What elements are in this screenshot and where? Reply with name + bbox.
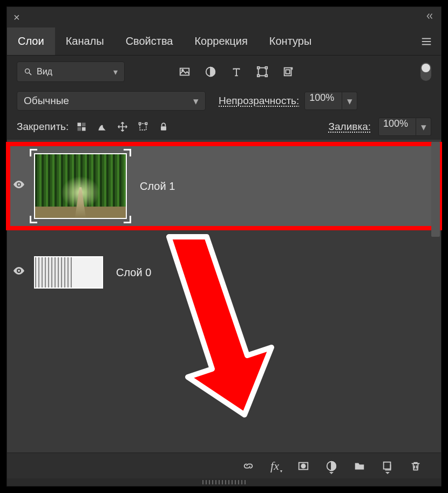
- lock-position-icon[interactable]: [117, 121, 128, 132]
- svg-rect-20: [139, 123, 141, 125]
- svg-rect-14: [286, 70, 289, 73]
- svg-rect-17: [78, 127, 82, 131]
- layer-row[interactable]: Слой 1: [7, 143, 441, 229]
- blend-mode-select[interactable]: Обычные ▾: [17, 91, 206, 111]
- lock-fill-bar: Закрепить: Заливка: 100% ▾: [7, 114, 441, 140]
- visibility-icon[interactable]: [11, 178, 26, 194]
- chevron-down-icon: ▾: [193, 95, 199, 107]
- layers-list: Слой 1 Слой 0: [7, 140, 441, 453]
- layers-panel: × Слои Каналы Свойства Коррекция Контуры…: [6, 6, 442, 487]
- svg-rect-16: [82, 123, 86, 127]
- tab-channels[interactable]: Каналы: [55, 28, 115, 55]
- opacity-label[interactable]: Непрозрачность:: [219, 95, 299, 107]
- filter-type-select[interactable]: Вид ▾: [17, 61, 125, 82]
- collapse-icon[interactable]: [425, 11, 435, 23]
- tab-layers[interactable]: Слои: [7, 28, 55, 55]
- svg-rect-15: [78, 123, 82, 127]
- add-mask-icon[interactable]: [297, 460, 309, 472]
- fill-dropdown-icon[interactable]: ▾: [416, 118, 431, 136]
- svg-point-26: [301, 464, 305, 468]
- svg-point-23: [18, 183, 20, 186]
- delete-layer-icon[interactable]: [410, 460, 422, 472]
- opacity-input[interactable]: 100%: [304, 92, 342, 110]
- vertical-scrollbar[interactable]: [431, 142, 440, 237]
- layer-row[interactable]: Слой 0: [7, 248, 441, 297]
- svg-rect-11: [257, 75, 260, 77]
- layer-thumbnail[interactable]: [34, 153, 127, 219]
- svg-rect-18: [82, 127, 86, 131]
- svg-rect-10: [266, 67, 268, 69]
- panel-tabs: Слои Каналы Свойства Коррекция Контуры: [7, 28, 441, 56]
- svg-rect-21: [145, 123, 147, 125]
- layer-thumbnail[interactable]: [34, 256, 103, 289]
- filter-shape-icon[interactable]: [256, 66, 268, 78]
- svg-rect-0: [422, 38, 431, 39]
- close-icon[interactable]: ×: [13, 11, 20, 24]
- new-layer-icon[interactable]: [382, 460, 393, 472]
- svg-point-6: [182, 70, 184, 71]
- panel-menu-icon[interactable]: [412, 28, 441, 55]
- blend-mode-value: Обычные: [24, 95, 69, 107]
- panel-titlebar: ×: [7, 7, 441, 28]
- tab-properties[interactable]: Свойства: [115, 28, 184, 55]
- lock-transparency-icon[interactable]: [76, 121, 87, 132]
- filter-smartobject-icon[interactable]: [282, 66, 294, 78]
- lock-image-icon[interactable]: [97, 121, 107, 132]
- opacity-dropdown-icon[interactable]: ▾: [342, 92, 357, 110]
- tab-adjustments[interactable]: Коррекция: [184, 28, 258, 55]
- fill-input[interactable]: 100%: [378, 118, 416, 136]
- filter-type-text-icon[interactable]: [230, 66, 242, 78]
- filter-type-label: Вид: [37, 67, 52, 77]
- filter-adjustment-icon[interactable]: [205, 66, 216, 78]
- filter-toggle[interactable]: [420, 63, 431, 81]
- chevron-down-icon: ▾: [113, 67, 118, 77]
- svg-point-24: [18, 270, 20, 272]
- svg-rect-2: [422, 44, 431, 45]
- svg-point-3: [25, 69, 30, 73]
- svg-rect-28: [384, 462, 391, 469]
- lock-artboard-icon[interactable]: [138, 121, 148, 132]
- lock-label: Закрепить:: [17, 121, 69, 133]
- toggle-knob: [422, 64, 430, 72]
- layer-style-icon[interactable]: fx ▾: [270, 459, 281, 473]
- link-layers-icon[interactable]: [242, 460, 254, 472]
- filter-pixel-icon[interactable]: [179, 66, 191, 78]
- svg-rect-1: [422, 41, 431, 42]
- layer-filter-bar: Вид ▾: [7, 56, 441, 88]
- layer-name[interactable]: Слой 1: [140, 180, 175, 193]
- tab-paths[interactable]: Контуры: [259, 28, 322, 55]
- adjustment-layer-icon[interactable]: [325, 460, 337, 472]
- svg-line-4: [29, 73, 31, 75]
- svg-rect-22: [161, 126, 166, 131]
- svg-rect-12: [266, 75, 268, 77]
- filter-icons: [179, 66, 294, 78]
- blend-opacity-bar: Обычные ▾ Непрозрачность: 100% ▾: [7, 88, 441, 114]
- lock-icons: [76, 121, 169, 132]
- fill-label[interactable]: Заливка:: [329, 121, 371, 133]
- horizontal-scroll-grip[interactable]: [7, 478, 441, 486]
- visibility-icon[interactable]: [11, 264, 26, 280]
- layer-name[interactable]: Слой 0: [116, 266, 151, 279]
- new-group-icon[interactable]: [354, 460, 365, 472]
- lock-all-icon[interactable]: [158, 121, 169, 132]
- layers-bottom-toolbar: fx ▾: [7, 453, 441, 478]
- svg-rect-9: [257, 67, 260, 69]
